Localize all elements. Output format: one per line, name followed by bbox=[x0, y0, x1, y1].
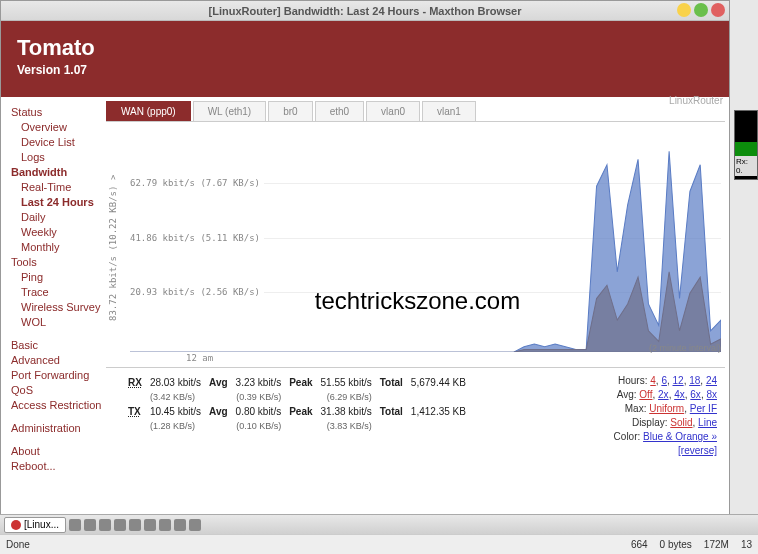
sidebar: StatusOverviewDevice ListLogsBandwidthRe… bbox=[1, 97, 106, 535]
sidebar-item[interactable]: WOL bbox=[11, 315, 106, 330]
control-option[interactable]: Off bbox=[639, 389, 652, 400]
app-header: Tomato Version 1.07 bbox=[1, 21, 729, 97]
tray-icon[interactable] bbox=[69, 519, 81, 531]
stats-table: RX28.03 kbit/sAvg3.23 kbit/sPeak51.55 kb… bbox=[126, 374, 474, 458]
sidebar-item[interactable]: Weekly bbox=[11, 225, 106, 240]
iface-tab[interactable]: vlan0 bbox=[366, 101, 420, 121]
y-axis-label: 83.72 kbit/s (10.22 KB/s) > bbox=[108, 128, 122, 367]
sidebar-item[interactable]: Basic bbox=[11, 338, 106, 353]
tray-icon[interactable] bbox=[114, 519, 126, 531]
status-n: 13 bbox=[741, 539, 752, 550]
sidebar-item[interactable]: Daily bbox=[11, 210, 106, 225]
control-option[interactable]: 2x bbox=[658, 389, 669, 400]
control-option[interactable]: Uniform bbox=[649, 403, 684, 414]
sidebar-item[interactable]: Overview bbox=[11, 120, 106, 135]
control-option[interactable]: 12 bbox=[673, 375, 684, 386]
control-option[interactable]: 24 bbox=[706, 375, 717, 386]
iface-tab[interactable]: vlan1 bbox=[422, 101, 476, 121]
sidebar-item[interactable]: Real-Time bbox=[11, 180, 106, 195]
tray-icon[interactable] bbox=[129, 519, 141, 531]
bandwidth-widget[interactable]: Rx: 0. bbox=[734, 110, 758, 180]
sidebar-item[interactable]: Bandwidth bbox=[11, 165, 106, 180]
interval-note: (2 minute interval) bbox=[649, 343, 721, 353]
sidebar-item[interactable]: Advanced bbox=[11, 353, 106, 368]
sidebar-item[interactable]: Monthly bbox=[11, 240, 106, 255]
taskbar[interactable]: [Linux... bbox=[0, 514, 758, 534]
status-mem: 172M bbox=[704, 539, 729, 550]
control-option[interactable]: Solid bbox=[670, 417, 692, 428]
iface-tab[interactable]: WAN (ppp0) bbox=[106, 101, 191, 121]
sidebar-item[interactable]: Ping bbox=[11, 270, 106, 285]
sidebar-item[interactable]: Trace bbox=[11, 285, 106, 300]
sidebar-item[interactable]: Access Restriction bbox=[11, 398, 106, 413]
control-option[interactable]: Blue & Orange » bbox=[643, 431, 717, 442]
titlebar[interactable]: [LinuxRouter] Bandwidth: Last 24 Hours -… bbox=[1, 1, 729, 21]
iface-tabs: WAN (ppp0)WL (eth1)br0eth0vlan0vlan1 bbox=[106, 101, 725, 122]
tray-icon[interactable] bbox=[159, 519, 171, 531]
control-option[interactable]: 8x bbox=[706, 389, 717, 400]
app-version: Version 1.07 bbox=[17, 63, 713, 77]
sidebar-item[interactable]: Port Forwarding bbox=[11, 368, 106, 383]
sidebar-item[interactable]: Administration bbox=[11, 421, 106, 436]
tray-icon[interactable] bbox=[189, 519, 201, 531]
iface-tab[interactable]: WL (eth1) bbox=[193, 101, 267, 121]
sidebar-item[interactable]: Device List bbox=[11, 135, 106, 150]
sidebar-item[interactable]: Wireless Survey bbox=[11, 300, 106, 315]
main-panel: LinuxRouter WAN (ppp0)WL (eth1)br0eth0vl… bbox=[106, 97, 729, 535]
statusbar: Done 664 0 bytes 172M 13 bbox=[0, 534, 758, 554]
control-option[interactable]: 4x bbox=[674, 389, 685, 400]
app-name: Tomato bbox=[17, 35, 713, 61]
sidebar-item[interactable]: QoS bbox=[11, 383, 106, 398]
window-title: [LinuxRouter] Bandwidth: Last 24 Hours -… bbox=[209, 5, 522, 17]
minimize-icon[interactable] bbox=[677, 3, 691, 17]
widget-graph-icon bbox=[735, 111, 757, 156]
tray-icon[interactable] bbox=[99, 519, 111, 531]
status-count: 664 bbox=[631, 539, 648, 550]
sidebar-item[interactable]: Status bbox=[11, 105, 106, 120]
sidebar-item[interactable]: About bbox=[11, 444, 106, 459]
bandwidth-chart: 83.72 kbit/s (10.22 KB/s) > 20.93 kbit/s… bbox=[106, 128, 725, 368]
control-option[interactable]: 4 bbox=[650, 375, 656, 386]
control-option[interactable]: 6 bbox=[661, 375, 667, 386]
sidebar-item[interactable]: Tools bbox=[11, 255, 106, 270]
iface-tab[interactable]: eth0 bbox=[315, 101, 364, 121]
control-option[interactable]: 6x bbox=[690, 389, 701, 400]
widget-rx: Rx: 0. bbox=[735, 156, 757, 176]
status-done: Done bbox=[6, 539, 30, 550]
chart-controls: Hours: 4, 6, 12, 18, 24Avg: Off, 2x, 4x,… bbox=[614, 374, 725, 458]
browser-icon bbox=[11, 520, 21, 530]
taskbar-item[interactable]: [Linux... bbox=[4, 517, 66, 533]
tray-icon[interactable] bbox=[174, 519, 186, 531]
control-option[interactable]: 18 bbox=[689, 375, 700, 386]
router-name: LinuxRouter bbox=[669, 95, 723, 106]
close-icon[interactable] bbox=[711, 3, 725, 17]
status-bytes: 0 bytes bbox=[660, 539, 692, 550]
tray-icon[interactable] bbox=[84, 519, 96, 531]
tray-icon[interactable] bbox=[144, 519, 156, 531]
control-option[interactable]: Line bbox=[698, 417, 717, 428]
sidebar-item[interactable]: Logs bbox=[11, 150, 106, 165]
sidebar-item[interactable]: Last 24 Hours bbox=[11, 195, 106, 210]
maximize-icon[interactable] bbox=[694, 3, 708, 17]
control-option[interactable]: Per IF bbox=[690, 403, 717, 414]
iface-tab[interactable]: br0 bbox=[268, 101, 312, 121]
reverse-link[interactable]: [reverse] bbox=[678, 445, 717, 456]
sidebar-item[interactable]: Reboot... bbox=[11, 459, 106, 474]
x-axis-label: 12 am bbox=[186, 353, 213, 363]
